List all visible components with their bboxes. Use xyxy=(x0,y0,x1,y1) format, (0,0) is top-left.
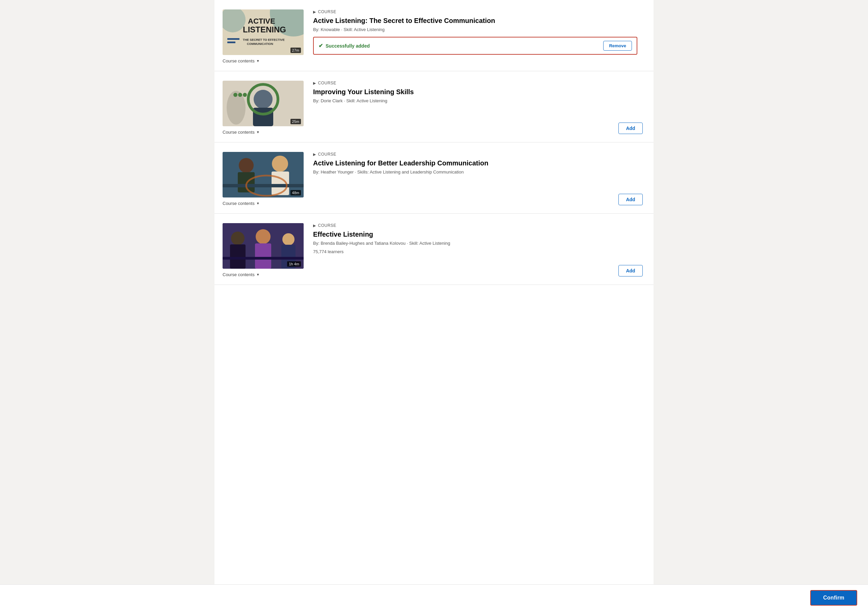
play-icon-3: ▶ xyxy=(313,152,316,157)
duration-badge-3: 48m xyxy=(290,190,301,195)
svg-text:LISTENING: LISTENING xyxy=(243,25,286,34)
svg-point-15 xyxy=(238,93,242,97)
course-thumbnail-1: ACTIVE LISTENING THE SECRET TO EFFECTIVE… xyxy=(223,9,304,55)
chevron-down-icon-1: ▼ xyxy=(256,59,260,63)
course-thumbnail-3: 48m xyxy=(223,152,304,198)
course-item-3: 48m Course contents ▼ ▶ COURSE Active Li… xyxy=(214,142,654,214)
course-contents-toggle-1[interactable]: Course contents ▼ xyxy=(223,58,260,64)
course-meta-1: By: Knowable · Skill: Active Listening xyxy=(313,27,637,32)
add-button-3[interactable]: Add xyxy=(618,194,643,205)
course-item-1: ACTIVE LISTENING THE SECRET TO EFFECTIVE… xyxy=(214,0,654,71)
course-thumbnail-col-4: 1h 4m Course contents ▼ xyxy=(223,223,304,278)
chevron-down-icon-3: ▼ xyxy=(256,201,260,205)
footer-bar: Confirm xyxy=(0,584,868,611)
course-action-col-2: Add xyxy=(609,81,643,135)
course-meta-4: By: Brenda Bailey-Hughes and Tatiana Kol… xyxy=(313,241,603,246)
course-type-label-2: ▶ COURSE xyxy=(313,81,603,85)
course-info-col-3: ▶ COURSE Active Listening for Better Lea… xyxy=(304,152,609,207)
course-title-2: Improving Your Listening Skills xyxy=(313,87,603,96)
course-thumbnail-col-3: 48m Course contents ▼ xyxy=(223,152,304,207)
course-type-label-1: ▶ COURSE xyxy=(313,9,637,14)
svg-rect-27 xyxy=(230,244,245,269)
svg-point-26 xyxy=(231,232,245,245)
course-title-4: Effective Listening xyxy=(313,230,603,239)
svg-text:ACTIVE: ACTIVE xyxy=(248,17,275,25)
course-item-2: 25m Course contents ▼ ▶ COURSE Improving… xyxy=(214,71,654,142)
svg-text:COMMUNICATION: COMMUNICATION xyxy=(247,42,273,46)
chevron-down-icon-4: ▼ xyxy=(256,273,260,277)
svg-point-30 xyxy=(282,233,294,245)
svg-rect-22 xyxy=(223,184,304,187)
course-contents-label-1: Course contents xyxy=(223,59,255,63)
course-contents-toggle-3[interactable]: Course contents ▼ xyxy=(223,200,260,207)
course-type-label-4: ▶ COURSE xyxy=(313,223,603,228)
add-button-4[interactable]: Add xyxy=(618,265,643,277)
duration-badge-2: 25m xyxy=(290,119,301,124)
svg-point-20 xyxy=(272,156,288,172)
course-list: ACTIVE LISTENING THE SECRET TO EFFECTIVE… xyxy=(214,0,654,285)
confirm-button[interactable]: Confirm xyxy=(810,590,857,606)
course-type-label-3: ▶ COURSE xyxy=(313,152,603,157)
svg-point-14 xyxy=(233,93,237,97)
svg-point-18 xyxy=(239,158,254,173)
course-info-col-4: ▶ COURSE Effective Listening By: Brenda … xyxy=(304,223,609,278)
course-contents-label-2: Course contents xyxy=(223,130,255,135)
svg-rect-19 xyxy=(238,172,255,192)
success-message: Successfully added xyxy=(326,43,370,49)
learners-count-4: 75,774 learners xyxy=(313,249,603,254)
course-item-4: 1h 4m Course contents ▼ ▶ COURSE Effecti… xyxy=(214,214,654,285)
course-info-col-2: ▶ COURSE Improving Your Listening Skills… xyxy=(304,81,609,135)
svg-rect-29 xyxy=(255,243,271,269)
chevron-down-icon-2: ▼ xyxy=(256,130,260,134)
duration-badge-4: 1h 4m xyxy=(287,261,301,267)
page-container: ACTIVE LISTENING THE SECRET TO EFFECTIVE… xyxy=(214,0,654,611)
course-title-1: Active Listening: The Secret to Effectiv… xyxy=(313,16,637,25)
course-contents-label-4: Course contents xyxy=(223,272,255,277)
course-info-col-1: ▶ COURSE Active Listening: The Secret to… xyxy=(304,9,643,64)
play-icon-2: ▶ xyxy=(313,81,316,85)
success-text-1: ✔ Successfully added xyxy=(318,43,370,49)
course-action-col-4: Add xyxy=(609,223,643,278)
course-contents-label-3: Course contents xyxy=(223,201,255,206)
course-title-3: Active Listening for Better Leadership C… xyxy=(313,159,603,167)
course-thumbnail-4: 1h 4m xyxy=(223,223,304,269)
svg-rect-5 xyxy=(227,38,239,40)
add-button-2[interactable]: Add xyxy=(618,122,643,134)
svg-point-28 xyxy=(256,229,271,244)
course-thumbnail-col-2: 25m Course contents ▼ xyxy=(223,81,304,135)
play-icon-4: ▶ xyxy=(313,223,316,228)
course-type-text-2: COURSE xyxy=(318,81,336,85)
svg-rect-6 xyxy=(227,42,236,43)
success-banner-1: ✔ Successfully added Remove xyxy=(313,37,637,55)
course-action-col-3: Add xyxy=(609,152,643,207)
course-meta-3: By: Heather Younger · Skills: Active Lis… xyxy=(313,169,603,175)
svg-rect-12 xyxy=(253,108,273,126)
course-contents-toggle-4[interactable]: Course contents ▼ xyxy=(223,271,260,278)
remove-button-1[interactable]: Remove xyxy=(603,41,632,51)
svg-text:THE SECRET TO EFFECTIVE: THE SECRET TO EFFECTIVE xyxy=(243,38,285,42)
course-thumbnail-2: 25m xyxy=(223,81,304,126)
duration-badge-1: 27m xyxy=(290,48,301,53)
course-type-text-3: COURSE xyxy=(318,152,336,157)
course-type-text-1: COURSE xyxy=(318,9,336,14)
course-contents-toggle-2[interactable]: Course contents ▼ xyxy=(223,129,260,135)
check-circle-icon: ✔ xyxy=(318,43,323,49)
svg-point-11 xyxy=(254,90,273,109)
course-thumbnail-col-1: ACTIVE LISTENING THE SECRET TO EFFECTIVE… xyxy=(223,9,304,64)
course-meta-2: By: Dorie Clark · Skill: Active Listenin… xyxy=(313,98,603,103)
svg-point-16 xyxy=(243,93,247,97)
play-icon-1: ▶ xyxy=(313,10,316,14)
svg-rect-32 xyxy=(223,257,304,260)
course-type-text-4: COURSE xyxy=(318,223,336,228)
